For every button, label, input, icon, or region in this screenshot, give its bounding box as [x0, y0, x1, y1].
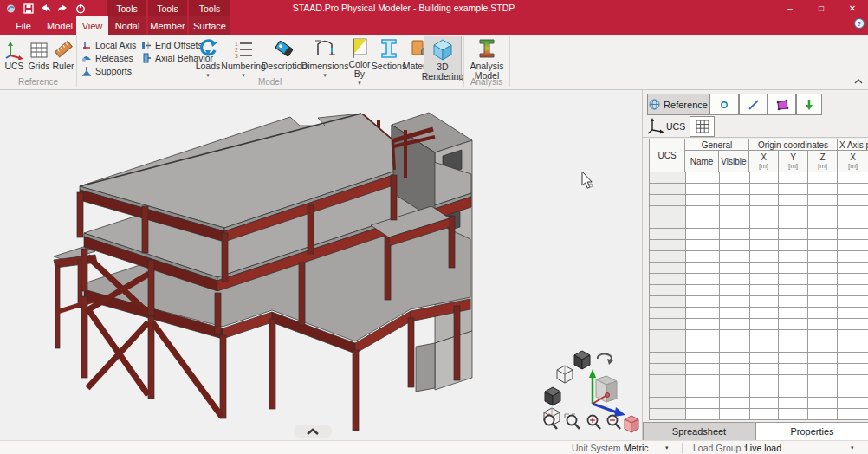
table-cell[interactable]	[686, 251, 720, 263]
row-header-cell[interactable]	[650, 195, 686, 206]
table-cell[interactable]	[838, 263, 868, 274]
loads-button[interactable]: Loads ▾	[192, 36, 223, 80]
help-icon[interactable]: ?	[854, 18, 865, 29]
table-cell[interactable]	[720, 308, 750, 319]
table-cell[interactable]	[686, 364, 720, 375]
table-cell[interactable]	[779, 217, 808, 229]
table-cell[interactable]	[686, 206, 720, 217]
table-cell[interactable]	[750, 184, 780, 195]
table-cell[interactable]	[750, 240, 780, 251]
table-cell[interactable]	[750, 308, 780, 319]
tab-surface[interactable]: Surface	[189, 16, 230, 35]
table-cell[interactable]	[808, 409, 838, 420]
table-cell[interactable]	[838, 319, 868, 330]
table-cell[interactable]	[808, 330, 838, 341]
table-cell[interactable]	[750, 409, 780, 420]
maximize-button[interactable]: □	[806, 0, 837, 16]
table-cell[interactable]	[779, 229, 808, 240]
column-header-x2[interactable]: X[m]	[838, 151, 868, 172]
grids-button[interactable]: Grids	[27, 36, 51, 80]
tab-properties[interactable]: Properties	[755, 422, 868, 441]
table-cell[interactable]	[838, 386, 868, 398]
ucs-grid-button[interactable]	[690, 116, 715, 137]
table-cell[interactable]	[779, 172, 808, 184]
wire-view-cube-icon[interactable]	[557, 366, 573, 383]
table-cell[interactable]	[720, 274, 750, 285]
tab-nodes[interactable]	[709, 94, 739, 115]
table-cell[interactable]	[720, 206, 750, 217]
tab-view[interactable]: View	[76, 16, 108, 35]
table-cell[interactable]	[720, 263, 750, 274]
iso-view-cube-icon[interactable]	[574, 351, 590, 369]
table-cell[interactable]	[686, 319, 720, 330]
table-cell[interactable]	[838, 398, 868, 409]
table-cell[interactable]	[779, 353, 808, 364]
tab-model[interactable]: Model	[42, 16, 78, 35]
table-cell[interactable]	[720, 240, 750, 251]
table-cell[interactable]	[779, 263, 808, 274]
table-cell[interactable]	[838, 409, 868, 420]
table-cell[interactable]	[779, 319, 808, 330]
table-cell[interactable]	[750, 195, 780, 206]
table-cell[interactable]	[779, 398, 808, 409]
table-cell[interactable]	[808, 398, 838, 409]
table-cell[interactable]	[838, 274, 868, 285]
group-header-origin-coordinates[interactable]: Origin coordinates	[749, 139, 838, 151]
table-cell[interactable]	[720, 319, 750, 330]
analysis-model-button[interactable]: Analysis Model	[466, 36, 508, 80]
table-cell[interactable]	[686, 240, 720, 251]
table-cell[interactable]	[686, 263, 720, 274]
power-icon[interactable]	[74, 3, 86, 14]
collapse-ribbon-button[interactable]	[852, 76, 865, 87]
table-cell[interactable]	[686, 274, 720, 285]
table-cell[interactable]	[838, 195, 868, 206]
table-cell[interactable]	[808, 386, 838, 398]
table-cell[interactable]	[779, 364, 808, 375]
table-cell[interactable]	[686, 353, 720, 364]
tab-file[interactable]: File	[7, 16, 40, 35]
table-cell[interactable]	[750, 263, 780, 274]
table-cell[interactable]	[779, 386, 808, 398]
table-cell[interactable]	[779, 341, 808, 353]
table-cell[interactable]	[808, 251, 838, 263]
row-header-cell[interactable]	[650, 263, 686, 274]
table-cell[interactable]	[838, 375, 868, 386]
table-cell[interactable]	[838, 341, 868, 353]
table-cell[interactable]	[720, 251, 750, 263]
table-cell[interactable]	[686, 285, 720, 296]
staad-logo-icon[interactable]	[5, 3, 16, 14]
column-header-y[interactable]: Y[m]	[779, 151, 808, 172]
table-cell[interactable]	[750, 398, 780, 409]
row-header-cell[interactable]	[650, 217, 686, 229]
table-cell[interactable]	[720, 184, 750, 195]
row-header-cell[interactable]	[650, 409, 686, 420]
table-cell[interactable]	[720, 398, 750, 409]
table-cell[interactable]	[686, 195, 720, 206]
group-header-general[interactable]: General	[685, 139, 749, 151]
zoom-in-button[interactable]	[588, 416, 601, 430]
zoom-extents-button[interactable]	[544, 414, 557, 429]
table-cell[interactable]	[808, 364, 838, 375]
table-cell[interactable]	[779, 195, 808, 206]
tab-members[interactable]	[739, 94, 768, 115]
color-by-button[interactable]: Color By ▾	[345, 36, 374, 80]
zoom-window-button[interactable]	[565, 414, 580, 429]
table-cell[interactable]	[838, 308, 868, 319]
table-cell[interactable]	[808, 296, 838, 308]
row-header-cell[interactable]	[650, 251, 686, 263]
table-cell[interactable]	[808, 184, 838, 195]
table-cell[interactable]	[779, 296, 808, 308]
render-cube-button[interactable]	[625, 416, 638, 432]
table-cell[interactable]	[750, 341, 780, 353]
table-cell[interactable]	[720, 229, 750, 240]
row-header-cell[interactable]	[650, 375, 686, 386]
table-cell[interactable]	[779, 240, 808, 251]
model-viewport[interactable]	[0, 90, 642, 440]
table-cell[interactable]	[779, 409, 808, 420]
table-cell[interactable]	[779, 308, 808, 319]
table-cell[interactable]	[808, 206, 838, 217]
table-cell[interactable]	[720, 195, 750, 206]
table-cell[interactable]	[808, 285, 838, 296]
row-header-cell[interactable]	[650, 240, 686, 251]
table-cell[interactable]	[838, 296, 868, 308]
